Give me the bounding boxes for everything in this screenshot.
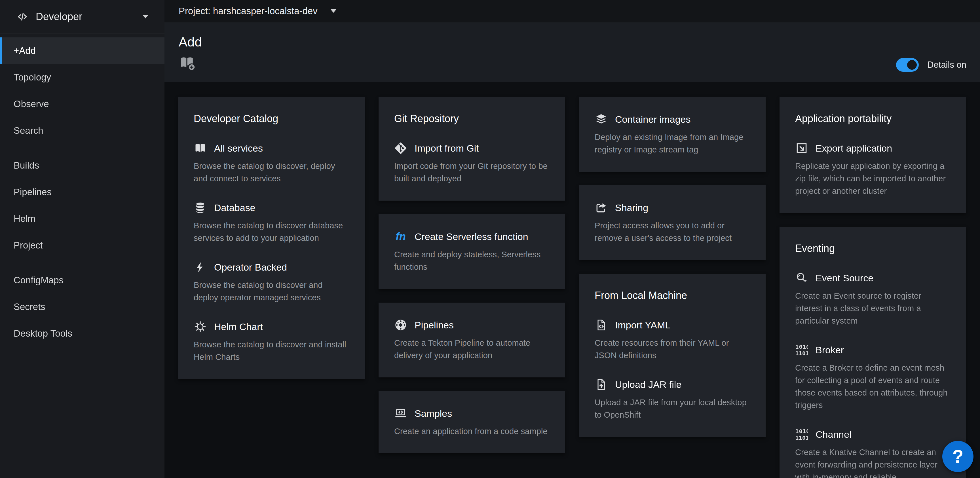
chevron-down-icon <box>142 15 149 18</box>
card-pipelines: PipelinesCreate a Tekton Pipeline to aut… <box>379 303 565 377</box>
topbar: Project: harshcasper-localsta-dev <box>164 0 980 22</box>
card-column-2: Git RepositoryImport from GitImport code… <box>379 97 565 453</box>
sidebar-item-observe[interactable]: Observe <box>0 91 164 117</box>
item-head: Operator Backed <box>194 261 349 274</box>
details-toggle-row: Details on <box>896 58 966 72</box>
sidebar-item-configmaps[interactable]: ConfigMaps <box>0 267 164 294</box>
add-action-pipelines[interactable]: PipelinesCreate a Tekton Pipeline to aut… <box>394 319 550 362</box>
sidebar-section: ConfigMapsSecretsDesktop Tools <box>0 263 164 351</box>
item-description: Browse the catalog to discover, deploy a… <box>194 160 349 185</box>
item-label: Sharing <box>615 202 648 214</box>
layers-icon <box>595 113 608 126</box>
item-description: Browse the catalog to discover and deplo… <box>194 279 349 304</box>
binary-icon: 10101101 <box>795 428 808 441</box>
item-label: Operator Backed <box>214 261 287 273</box>
event-source-icon <box>795 272 808 284</box>
details-toggle[interactable] <box>896 58 919 72</box>
item-label: Pipelines <box>415 319 454 331</box>
project-switcher[interactable]: Project: harshcasper-localsta-dev <box>179 6 336 16</box>
database-icon <box>194 201 207 214</box>
item-head: Import from Git <box>394 142 550 155</box>
add-action-create-serverless-function[interactable]: fnCreate Serverless functionCreate and d… <box>394 230 550 273</box>
sidebar-section: BuildsPipelinesHelmProject <box>0 148 164 263</box>
item-description: Deploy an existing Image from an Image r… <box>595 131 750 156</box>
help-button[interactable]: ? <box>942 441 974 472</box>
sidebar-item-helm[interactable]: Helm <box>0 205 164 232</box>
sidebar-item-add[interactable]: +Add <box>0 37 164 64</box>
add-action-import-yaml[interactable]: Import YAMLCreate resources from their Y… <box>595 319 750 362</box>
open-book-icon <box>194 142 207 155</box>
item-description: Create a Knative Channel to create an ev… <box>795 446 950 478</box>
item-description: Create a Tekton Pipeline to automate del… <box>394 337 550 362</box>
share-icon <box>595 201 608 214</box>
item-description: Create a Broker to define an event mesh … <box>795 362 950 411</box>
card-from-local-machine: From Local MachineImport YAMLCreate reso… <box>579 274 765 437</box>
card-title: From Local Machine <box>595 289 750 302</box>
item-description: Create an application from a code sample <box>394 425 550 437</box>
add-action-upload-jar-file[interactable]: Upload JAR fileUpload a JAR file from yo… <box>595 378 750 421</box>
page-title: Add <box>179 34 966 49</box>
item-description: Create resources from their YAML or JSON… <box>595 337 750 362</box>
add-action-event-source[interactable]: Event SourceCreate an Event source to re… <box>795 272 950 327</box>
item-head: All services <box>194 142 349 155</box>
card-title: Eventing <box>795 242 950 255</box>
sidebar-item-desktop-tools[interactable]: Desktop Tools <box>0 320 164 347</box>
binary-icon: 10101101 <box>795 343 808 356</box>
item-description: Browse the catalog to discover database … <box>194 219 349 244</box>
add-action-samples[interactable]: SamplesCreate an application from a code… <box>394 407 550 437</box>
sidebar-item-pipelines[interactable]: Pipelines <box>0 179 164 205</box>
svg-text:1010: 1010 <box>795 344 808 350</box>
add-action-database[interactable]: DatabaseBrowse the catalog to discover d… <box>194 201 349 244</box>
add-action-all-services[interactable]: All servicesBrowse the catalog to discov… <box>194 142 349 185</box>
pipelines-icon <box>394 319 407 332</box>
item-head: Event Source <box>795 272 950 284</box>
card-column-3: Container imagesDeploy an existing Image… <box>579 97 765 437</box>
card-sharing: SharingProject access allows you to add … <box>579 185 765 260</box>
laptop-code-icon <box>394 407 407 420</box>
item-label: Channel <box>816 429 851 440</box>
svg-text:1010: 1010 <box>795 428 808 435</box>
add-action-export-application[interactable]: Export applicationReplicate your applica… <box>795 142 950 197</box>
item-head: Container images <box>595 113 750 126</box>
card-title: Git Repository <box>394 112 550 125</box>
card-column-4: Application portabilityExport applicatio… <box>780 97 966 478</box>
add-action-channel[interactable]: 10101101ChannelCreate a Knative Channel … <box>795 428 950 478</box>
item-head: Samples <box>394 407 550 420</box>
book-plus-icon[interactable] <box>179 55 195 70</box>
sidebar-item-topology[interactable]: Topology <box>0 64 164 91</box>
sidebar-item-builds[interactable]: Builds <box>0 152 164 179</box>
item-label: Container images <box>615 113 690 125</box>
sidebar-item-secrets[interactable]: Secrets <box>0 294 164 320</box>
add-action-helm-chart[interactable]: Helm ChartBrowse the catalog to discover… <box>194 320 349 363</box>
item-description: Create and deploy stateless, Serverless … <box>394 248 550 273</box>
cards-area: Developer CatalogAll servicesBrowse the … <box>164 83 980 478</box>
item-description: Project access allows you to add or remo… <box>595 219 750 244</box>
add-action-operator-backed[interactable]: Operator BackedBrowse the catalog to dis… <box>194 261 349 304</box>
add-action-sharing[interactable]: SharingProject access allows you to add … <box>595 201 750 244</box>
item-label: Broker <box>816 344 844 356</box>
item-description: Replicate your application by exporting … <box>795 160 950 197</box>
item-label: Database <box>214 202 256 214</box>
card-title: Application portability <box>795 112 950 125</box>
card-git-repository: Git RepositoryImport from GitImport code… <box>379 97 565 201</box>
perspective-switcher[interactable]: Developer <box>0 0 164 33</box>
item-description: Browse the catalog to discover and insta… <box>194 338 349 363</box>
card-container-images: Container imagesDeploy an existing Image… <box>579 97 765 172</box>
sidebar: Developer +AddTopologyObserveSearchBuild… <box>0 0 164 478</box>
card-eventing: EventingEvent SourceCreate an Event sour… <box>780 227 966 478</box>
fn-icon: fn <box>394 230 407 243</box>
item-head: Import YAML <box>595 319 750 332</box>
item-label: Helm Chart <box>214 321 263 333</box>
sidebar-nav: +AddTopologyObserveSearchBuildsPipelines… <box>0 33 164 351</box>
item-label: Create Serverless function <box>415 231 528 243</box>
sidebar-item-project[interactable]: Project <box>0 232 164 259</box>
svg-text:1101: 1101 <box>795 435 808 441</box>
card-column-1: Developer CatalogAll servicesBrowse the … <box>178 97 365 379</box>
add-action-broker[interactable]: 10101101BrokerCreate a Broker to define … <box>795 343 950 411</box>
add-action-container-images[interactable]: Container imagesDeploy an existing Image… <box>595 113 750 156</box>
add-action-import-from-git[interactable]: Import from GitImport code from your Git… <box>394 142 550 185</box>
git-icon <box>394 142 407 155</box>
project-switcher-label: Project: harshcasper-localsta-dev <box>179 6 318 16</box>
chevron-down-icon <box>331 10 336 13</box>
sidebar-item-search[interactable]: Search <box>0 117 164 144</box>
